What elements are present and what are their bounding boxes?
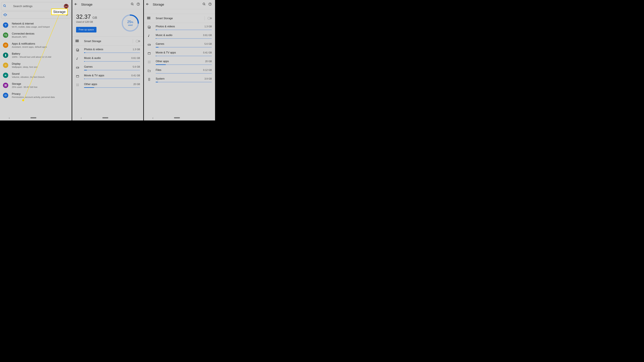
back-button[interactable] bbox=[146, 2, 152, 7]
svg-point-54 bbox=[76, 86, 77, 86]
storage-category-music-audio[interactable]: Music & audio0.61 GB bbox=[144, 31, 215, 40]
row-title: Privacy bbox=[12, 92, 69, 95]
category-title: Movie & TV apps bbox=[156, 51, 203, 54]
svg-point-46 bbox=[78, 68, 78, 68]
games-icon bbox=[76, 66, 80, 70]
category-bar bbox=[84, 70, 140, 70]
nav-back-icon[interactable]: ‹ bbox=[152, 116, 154, 120]
smart-storage-label: Smart Storage bbox=[156, 17, 202, 20]
svg-rect-26 bbox=[4, 84, 7, 85]
nav-home-pill[interactable] bbox=[174, 117, 180, 118]
free-up-space-button[interactable]: Free up space bbox=[76, 27, 96, 32]
settings-row-privacy[interactable]: PrivacyPermissions, account activity, pe… bbox=[0, 90, 72, 100]
smart-storage-toggle[interactable] bbox=[207, 17, 213, 20]
nav-home-pill[interactable] bbox=[30, 117, 36, 118]
svg-point-69 bbox=[150, 44, 150, 44]
devices-icon bbox=[3, 32, 8, 38]
storage-category-movie-tv-apps[interactable]: Movie & TV apps0.41 GB bbox=[72, 72, 143, 81]
nav-back-icon[interactable]: ‹ bbox=[81, 116, 82, 120]
storage-category-games[interactable]: Games5.6 GB bbox=[144, 40, 215, 49]
storage-category-files[interactable]: Files0.12 GB bbox=[144, 66, 215, 75]
svg-line-59 bbox=[204, 4, 205, 5]
row-title: Apps & notifications bbox=[12, 42, 69, 45]
search-icon[interactable] bbox=[130, 2, 135, 7]
category-bar bbox=[156, 56, 212, 56]
smart-storage-toggle[interactable] bbox=[135, 40, 141, 43]
category-title: Movie & TV apps bbox=[84, 74, 131, 77]
row-title: Display bbox=[12, 62, 69, 65]
smart-storage-row[interactable]: Smart Storage bbox=[72, 37, 143, 46]
row-title: Battery bbox=[12, 52, 69, 55]
svg-point-70 bbox=[150, 45, 150, 45]
help-icon[interactable] bbox=[207, 2, 213, 7]
system-icon bbox=[147, 78, 151, 82]
svg-rect-4 bbox=[65, 5, 67, 6]
sound-icon bbox=[3, 73, 8, 78]
percent-symbol: % bbox=[131, 21, 133, 23]
storage-category-other-apps[interactable]: Other apps20 GB bbox=[72, 81, 143, 89]
category-title: Photos & videos bbox=[84, 48, 133, 51]
music-icon bbox=[147, 34, 151, 38]
smart-storage-row[interactable]: Smart Storage bbox=[144, 14, 215, 23]
storage-category-music-audio[interactable]: Music & audio0.61 GB bbox=[72, 54, 143, 63]
row-title: Network & internet bbox=[12, 22, 69, 25]
category-amount: 0.61 GB bbox=[131, 57, 140, 59]
storage-callout: Storage bbox=[51, 8, 68, 15]
settings-row-connected-devices[interactable]: Connected devicesBluetooth, NFC bbox=[0, 30, 72, 40]
settings-row-apps-notifications[interactable]: Apps & notificationsAssistant, recent ap… bbox=[0, 40, 72, 50]
search-icon[interactable] bbox=[201, 2, 207, 7]
storage-bars-icon bbox=[76, 39, 80, 43]
storage-category-system[interactable]: System3.9 GB bbox=[144, 75, 215, 84]
category-title: Other apps bbox=[84, 83, 134, 86]
category-title: System bbox=[156, 77, 204, 80]
photo-icon bbox=[147, 25, 151, 29]
row-subtitle: 100% - Should last until about 12:15 AM bbox=[12, 56, 69, 58]
svg-point-19 bbox=[6, 45, 6, 45]
svg-point-63 bbox=[208, 17, 210, 20]
svg-point-22 bbox=[6, 46, 6, 46]
category-amount: 20 GB bbox=[205, 60, 212, 63]
storage-category-games[interactable]: Games5.6 GB bbox=[72, 63, 143, 72]
profile-avatar[interactable] bbox=[64, 4, 68, 8]
svg-rect-28 bbox=[4, 86, 7, 86]
back-button[interactable] bbox=[74, 2, 80, 7]
svg-point-25 bbox=[5, 65, 6, 66]
settings-row-storage[interactable]: Storage25% used - 95.63 GB free bbox=[0, 80, 72, 90]
svg-point-18 bbox=[5, 45, 6, 45]
svg-point-21 bbox=[5, 46, 6, 46]
storage-category-movie-tv-apps[interactable]: Movie & TV apps0.41 GB bbox=[144, 49, 215, 58]
svg-point-51 bbox=[76, 85, 77, 85]
svg-point-55 bbox=[78, 86, 78, 86]
svg-point-52 bbox=[78, 85, 78, 85]
storage-category-photos-videos[interactable]: Photos & videos1.3 GB bbox=[72, 46, 143, 54]
android-navbar: ‹ bbox=[0, 115, 72, 120]
category-amount: 5.6 GB bbox=[133, 65, 140, 68]
svg-point-80 bbox=[150, 63, 150, 63]
storage-category-photos-videos[interactable]: Photos & videos1.3 GB bbox=[144, 23, 215, 31]
svg-point-32 bbox=[131, 3, 133, 5]
nav-home-pill[interactable] bbox=[102, 117, 108, 118]
storage-summary: 32.37 GB Used of 128 GB Free up space 25… bbox=[72, 9, 143, 37]
privacy-icon bbox=[3, 93, 8, 98]
category-amount: 0.41 GB bbox=[203, 51, 212, 54]
svg-point-48 bbox=[76, 84, 77, 84]
svg-rect-27 bbox=[4, 85, 7, 85]
svg-rect-6 bbox=[4, 13, 6, 16]
settings-row-battery[interactable]: Battery100% - Should last until about 12… bbox=[0, 50, 72, 60]
settings-row-network-internet[interactable]: Network & internetWi-Fi, mobile, data us… bbox=[0, 20, 72, 30]
category-amount: 0.12 GB bbox=[203, 69, 212, 71]
settings-row-display[interactable]: DisplayWallpaper, sleep, font size bbox=[0, 60, 72, 70]
category-bar bbox=[156, 29, 212, 30]
used-of-label: Used of 128 GB bbox=[76, 21, 121, 23]
storage-category-other-apps[interactable]: Other apps20 GB bbox=[144, 58, 215, 66]
row-subtitle: Assistant, recent apps, default apps bbox=[12, 46, 69, 48]
svg-rect-24 bbox=[5, 54, 6, 54]
other-icon bbox=[76, 83, 80, 87]
category-amount: 3.9 GB bbox=[204, 77, 212, 80]
row-title: Sound bbox=[12, 72, 69, 75]
settings-row-sound[interactable]: SoundVolume, vibration, Do Not Disturb bbox=[0, 70, 72, 80]
help-icon[interactable] bbox=[135, 2, 141, 7]
svg-point-15 bbox=[5, 44, 6, 44]
other-icon bbox=[147, 60, 151, 64]
nav-back-icon[interactable]: ‹ bbox=[9, 116, 10, 120]
